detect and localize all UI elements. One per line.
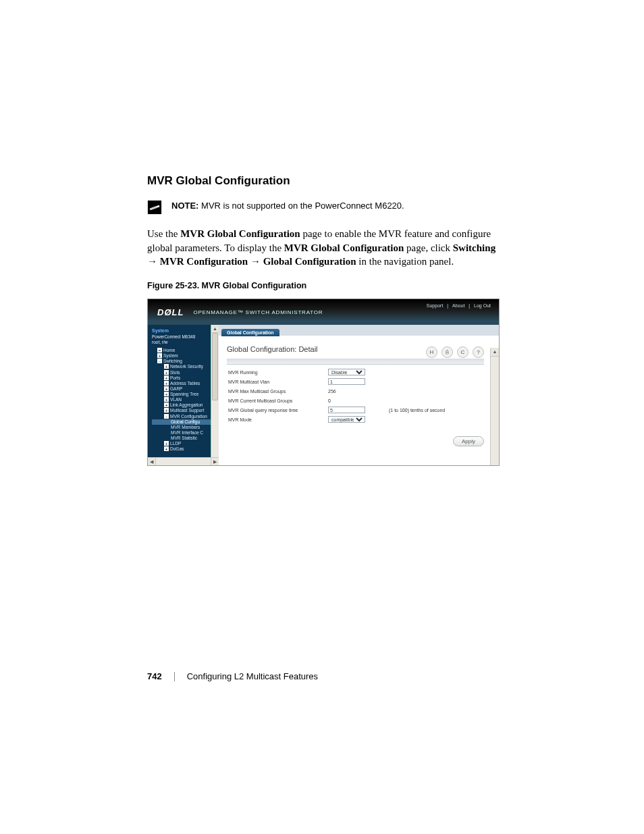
nav-tree-item[interactable]: -MVR Configuration — [152, 414, 219, 419]
nav-tree-item[interactable]: Global Configu — [152, 419, 219, 425]
form-row: MVR Global query response time(1 to 100)… — [227, 405, 484, 415]
nav-tree-item[interactable]: +Link Aggregation — [152, 402, 219, 408]
nav-tree-item[interactable]: +VLAN — [152, 397, 219, 402]
figure-caption: Figure 25-23. MVR Global Configuration — [147, 281, 498, 290]
nav-tree-label: GARP — [170, 386, 182, 391]
form-label: MVR Mode — [227, 417, 328, 422]
sidebar-model: PowerConnect M6348 — [152, 334, 219, 340]
save-icon[interactable]: H — [426, 346, 437, 358]
tree-toggler-icon[interactable]: + — [164, 392, 169, 396]
page-footer: 742 Configuring L2 Multicast Features — [147, 671, 318, 681]
app-topbar: DØLL OPENMANAGE™ SWITCH ADMINISTRATOR Su… — [148, 299, 499, 325]
tree-toggler-icon[interactable]: + — [164, 397, 169, 402]
form-label: MVR Multicast Vlan — [227, 380, 328, 384]
scroll-right-icon[interactable]: ▶ — [211, 458, 219, 465]
nav-tree-label: MVR Interface C — [171, 430, 203, 435]
nav-tree-item[interactable]: +Spanning Tree — [152, 392, 219, 397]
print-icon[interactable]: ⎙ — [441, 346, 453, 358]
form-select[interactable]: Disable — [328, 369, 365, 375]
support-link[interactable]: Support — [427, 303, 444, 308]
form-select[interactable]: compatible — [328, 416, 365, 423]
nav-tree-item[interactable]: MVR Members — [152, 425, 219, 430]
sidebar-vertical-scrollbar[interactable]: ▲ — [211, 325, 219, 457]
nav-tree-item[interactable]: +Dot1as — [152, 446, 219, 452]
tree-toggler-icon[interactable]: = — [157, 348, 162, 353]
tree-toggler-icon[interactable]: + — [164, 375, 169, 380]
form-row: MVR Max Multicast Groups256 — [227, 386, 484, 396]
footer-separator — [174, 672, 175, 681]
nav-tree-label: Slots — [170, 370, 180, 375]
tree-toggler-icon[interactable]: + — [164, 370, 169, 375]
note-text: MVR is not supported on the PowerConnect… — [198, 201, 404, 211]
form-row: MVR Modecompatible — [227, 415, 484, 424]
scroll-up-icon[interactable]: ▲ — [491, 348, 499, 357]
nav-tree-item[interactable]: +Network Security — [152, 364, 219, 369]
tree-toggler-icon[interactable]: + — [164, 381, 169, 386]
tree-toggler-icon[interactable]: + — [164, 446, 169, 451]
tree-toggler-icon[interactable]: + — [164, 441, 169, 446]
nav-tree-label: Link Aggregation — [170, 402, 203, 407]
nav-tree-label: Spanning Tree — [170, 392, 198, 396]
form-input[interactable] — [328, 378, 365, 385]
section-heading: MVR Global Configuration — [147, 174, 498, 188]
app-title: OPENMANAGE™ SWITCH ADMINISTRATOR — [193, 309, 323, 315]
apply-button[interactable]: Apply — [453, 436, 484, 446]
form-row: MVR Current Multicast Groups0 — [227, 396, 484, 405]
about-link[interactable]: About — [452, 303, 464, 308]
help-icon[interactable]: ? — [473, 346, 484, 358]
form-input[interactable] — [328, 407, 365, 413]
chapter-title: Configuring L2 Multicast Features — [187, 671, 318, 681]
tree-toggler-icon[interactable]: + — [164, 386, 169, 391]
form-hint: (1 to 100) tenths of second — [389, 408, 483, 413]
nav-tree-label: Network Security — [170, 364, 203, 369]
panel-separator — [227, 359, 484, 365]
nav-tree-label: Multicast Support — [170, 408, 204, 413]
top-links: Support | About | Log Out — [425, 303, 492, 308]
nav-tree-item[interactable]: +Slots — [152, 370, 219, 375]
nav-tree-label: MVR Configuration — [170, 414, 207, 419]
nav-tree-item[interactable]: +System — [152, 353, 219, 359]
nav-tree-item[interactable]: +Ports — [152, 375, 219, 381]
note-block: NOTE: MVR is not supported on the PowerC… — [147, 200, 498, 215]
nav-tree-label: Ports — [170, 375, 180, 380]
note-label: NOTE: — [171, 201, 198, 211]
scroll-thumb[interactable] — [212, 333, 218, 400]
form-static-value: 256 — [328, 389, 336, 394]
form-label: MVR Max Multicast Groups — [227, 389, 328, 394]
sidebar-horizontal-scrollbar[interactable]: ◀ ▶ — [148, 457, 219, 465]
nav-tree-label: MVR Statistic — [171, 436, 197, 440]
nav-tree-item[interactable]: MVR Interface C — [152, 430, 219, 436]
nav-tree-label: VLAN — [170, 397, 182, 402]
tab-global-configuration[interactable]: Global Configuration — [221, 329, 279, 336]
nav-tree-item[interactable]: =Home — [152, 348, 219, 353]
nav-tree-item[interactable]: +LLDP — [152, 441, 219, 446]
scroll-up-icon[interactable]: ▲ — [211, 325, 219, 333]
form-label: MVR Current Multicast Groups — [227, 398, 328, 403]
nav-tree-label: Home — [163, 348, 175, 353]
sidebar-system-label: System — [152, 328, 219, 334]
screenshot: DØLL OPENMANAGE™ SWITCH ADMINISTRATOR Su… — [147, 298, 500, 466]
scroll-left-icon[interactable]: ◀ — [148, 458, 156, 465]
nav-sidebar: System PowerConnect M6348 root, r/w =Hom… — [148, 325, 219, 465]
nav-tree-item[interactable]: +Address Tables — [152, 381, 219, 386]
tree-toggler-icon[interactable]: + — [157, 353, 162, 358]
nav-tree-label: Switching — [163, 359, 182, 363]
form-static-value: 0 — [328, 398, 331, 403]
nav-tree-label: MVR Members — [171, 425, 200, 429]
nav-tree-label: Address Tables — [170, 381, 200, 386]
tree-toggler-icon[interactable]: + — [164, 408, 169, 413]
tree-toggler-icon[interactable]: + — [164, 364, 169, 369]
tree-toggler-icon[interactable]: + — [164, 402, 169, 407]
tree-toggler-icon[interactable]: - — [157, 359, 162, 363]
content-vertical-scrollbar[interactable]: ▲ — [490, 348, 499, 465]
refresh-icon[interactable]: C — [457, 346, 468, 358]
nav-tree-item[interactable]: +Multicast Support — [152, 408, 219, 413]
nav-tree-item[interactable]: MVR Statistic — [152, 436, 219, 441]
tree-toggler-icon[interactable]: - — [164, 414, 169, 419]
nav-tree-label: Global Configu — [171, 419, 200, 424]
form-row: MVR RunningDisable — [227, 367, 484, 377]
nav-tree-item[interactable]: -Switching — [152, 359, 219, 364]
logout-link[interactable]: Log Out — [474, 303, 491, 308]
nav-tree-item[interactable]: +GARP — [152, 386, 219, 392]
nav-tree-label: Dot1as — [170, 446, 184, 451]
